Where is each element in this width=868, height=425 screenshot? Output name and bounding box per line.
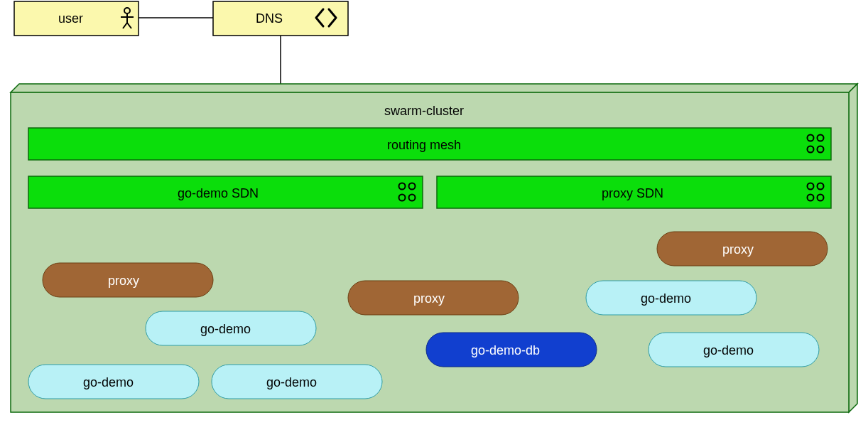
label-user: user <box>58 11 83 26</box>
label-proxy-1: proxy <box>108 274 139 288</box>
node-user: user <box>14 1 139 36</box>
node-proxy-3: proxy <box>657 232 828 266</box>
label-proxy-2: proxy <box>413 291 445 306</box>
label-cluster: swarm-cluster <box>384 104 464 118</box>
svg-marker-7 <box>11 84 857 92</box>
label-go-demo-5: go-demo <box>703 343 754 357</box>
label-routing-mesh: routing mesh <box>387 138 461 152</box>
label-go-demo-1: go-demo <box>200 322 251 336</box>
node-go-demo-5: go-demo <box>649 333 819 367</box>
node-routing-mesh: routing mesh <box>28 128 831 160</box>
node-go-demo-3: go-demo <box>212 365 382 399</box>
label-dns: DNS <box>256 11 283 26</box>
node-go-demo-db: go-demo-db <box>426 333 597 367</box>
node-proxy-sdn: proxy SDN <box>437 176 831 208</box>
label-go-demo-3: go-demo <box>266 375 317 389</box>
node-dns: DNS <box>213 1 348 36</box>
node-go-demo-4: go-demo <box>586 281 756 315</box>
node-go-demo-2: go-demo <box>28 365 199 399</box>
label-proxy-sdn: proxy SDN <box>602 186 663 200</box>
label-proxy-3: proxy <box>722 242 754 257</box>
label-go-demo-2: go-demo <box>83 375 134 389</box>
node-proxy-1: proxy <box>43 263 213 297</box>
label-go-demo-4: go-demo <box>641 291 691 306</box>
label-go-demo-sdn: go-demo SDN <box>178 186 259 200</box>
node-proxy-2: proxy <box>348 281 519 315</box>
node-go-demo-sdn: go-demo SDN <box>28 176 423 208</box>
svg-marker-8 <box>849 84 857 412</box>
label-go-demo-db: go-demo-db <box>471 343 540 357</box>
node-go-demo-1: go-demo <box>146 311 316 345</box>
